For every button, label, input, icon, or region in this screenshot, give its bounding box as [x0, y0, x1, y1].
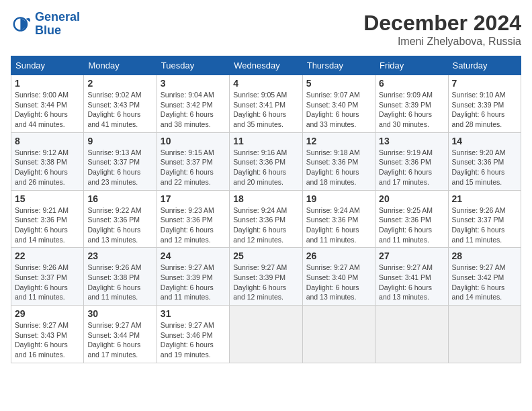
day-info: Sunrise: 9:09 AM Sunset: 3:39 PM Dayligh… — [379, 90, 444, 130]
day-info: Sunrise: 9:26 AM Sunset: 3:38 PM Dayligh… — [87, 263, 152, 302]
sunrise-label: Sunrise: 9:27 AM — [379, 263, 433, 271]
day-info: Sunrise: 9:10 AM Sunset: 3:39 PM Dayligh… — [452, 90, 517, 130]
sunrise-label: Sunrise: 9:13 AM — [87, 148, 141, 156]
sunrise-label: Sunrise: 9:07 AM — [306, 91, 360, 99]
day-number: 12 — [306, 136, 371, 146]
day-number: 9 — [87, 136, 152, 146]
daylight-label: Daylight: 6 hours and 28 minutes. — [452, 110, 505, 128]
day-number: 15 — [15, 193, 80, 204]
sunrise-label: Sunrise: 9:27 AM — [233, 263, 287, 271]
sunrise-label: Sunrise: 9:24 AM — [306, 206, 360, 214]
day-number: 7 — [452, 78, 517, 89]
sunrise-label: Sunrise: 9:00 AM — [15, 91, 69, 99]
calendar-cell: 5 Sunrise: 9:07 AM Sunset: 3:40 PM Dayli… — [302, 75, 375, 133]
day-number: 29 — [15, 308, 80, 319]
day-number: 31 — [161, 308, 226, 319]
day-info: Sunrise: 9:18 AM Sunset: 3:36 PM Dayligh… — [306, 148, 371, 187]
col-sunday: Sunday — [11, 56, 84, 75]
day-number: 5 — [306, 78, 371, 89]
sunrise-label: Sunrise: 9:25 AM — [379, 206, 433, 214]
calendar-cell: 18 Sunrise: 9:24 AM Sunset: 3:36 PM Dayl… — [230, 190, 302, 248]
sunset-label: Sunset: 3:38 PM — [15, 158, 67, 166]
sunset-label: Sunset: 3:37 PM — [15, 273, 67, 281]
daylight-label: Daylight: 6 hours and 41 minutes. — [87, 110, 140, 128]
day-info: Sunrise: 9:24 AM Sunset: 3:36 PM Dayligh… — [233, 205, 298, 245]
calendar-cell: 3 Sunrise: 9:04 AM Sunset: 3:42 PM Dayli… — [157, 75, 229, 133]
calendar-header-row: Sunday Monday Tuesday Wednesday Thursday… — [11, 56, 521, 75]
daylight-label: Daylight: 6 hours and 11 minutes. — [379, 226, 432, 244]
sunset-label: Sunset: 3:39 PM — [233, 273, 285, 281]
day-info: Sunrise: 9:00 AM Sunset: 3:44 PM Dayligh… — [15, 90, 80, 130]
day-number: 24 — [161, 250, 226, 261]
calendar-cell: 30 Sunrise: 9:27 AM Sunset: 3:44 PM Dayl… — [84, 306, 157, 363]
daylight-label: Daylight: 6 hours and 11 minutes. — [452, 226, 505, 244]
day-info: Sunrise: 9:21 AM Sunset: 3:36 PM Dayligh… — [15, 205, 80, 245]
daylight-label: Daylight: 6 hours and 30 minutes. — [379, 110, 432, 128]
day-number: 10 — [161, 136, 226, 146]
daylight-label: Daylight: 6 hours and 15 minutes. — [452, 168, 505, 186]
calendar-cell: 23 Sunrise: 9:26 AM Sunset: 3:38 PM Dayl… — [84, 248, 157, 306]
sunset-label: Sunset: 3:38 PM — [87, 273, 140, 281]
day-number: 21 — [452, 193, 517, 204]
day-number: 4 — [233, 78, 298, 89]
daylight-label: Daylight: 6 hours and 14 minutes. — [15, 226, 68, 244]
day-info: Sunrise: 9:27 AM Sunset: 3:42 PM Dayligh… — [452, 263, 517, 302]
sunrise-label: Sunrise: 9:16 AM — [233, 148, 287, 156]
sunrise-label: Sunrise: 9:22 AM — [87, 206, 141, 214]
daylight-label: Daylight: 6 hours and 22 minutes. — [161, 168, 214, 186]
calendar-cell: 19 Sunrise: 9:24 AM Sunset: 3:36 PM Dayl… — [302, 190, 375, 248]
day-info: Sunrise: 9:26 AM Sunset: 3:37 PM Dayligh… — [452, 205, 517, 245]
calendar-cell: 4 Sunrise: 9:05 AM Sunset: 3:41 PM Dayli… — [230, 75, 302, 133]
day-number: 13 — [379, 136, 444, 146]
sunset-label: Sunset: 3:36 PM — [87, 216, 140, 224]
daylight-label: Daylight: 6 hours and 26 minutes. — [15, 168, 68, 186]
daylight-label: Daylight: 6 hours and 20 minutes. — [233, 168, 286, 186]
daylight-label: Daylight: 6 hours and 18 minutes. — [306, 168, 359, 186]
calendar-cell: 11 Sunrise: 9:16 AM Sunset: 3:36 PM Dayl… — [230, 132, 302, 190]
day-info: Sunrise: 9:13 AM Sunset: 3:37 PM Dayligh… — [87, 148, 152, 187]
calendar-cell: 27 Sunrise: 9:27 AM Sunset: 3:41 PM Dayl… — [375, 248, 448, 306]
sunrise-label: Sunrise: 9:27 AM — [452, 263, 506, 271]
day-number: 14 — [452, 136, 517, 146]
calendar-cell: 8 Sunrise: 9:12 AM Sunset: 3:38 PM Dayli… — [11, 132, 84, 190]
calendar-cell: 20 Sunrise: 9:25 AM Sunset: 3:36 PM Dayl… — [375, 190, 448, 248]
day-info: Sunrise: 9:27 AM Sunset: 3:46 PM Dayligh… — [161, 320, 226, 360]
sunset-label: Sunset: 3:44 PM — [15, 101, 67, 109]
calendar-cell: 10 Sunrise: 9:15 AM Sunset: 3:37 PM Dayl… — [157, 132, 229, 190]
day-number: 23 — [87, 250, 152, 261]
sunrise-label: Sunrise: 9:24 AM — [233, 206, 287, 214]
daylight-label: Daylight: 6 hours and 17 minutes. — [379, 168, 432, 186]
sunrise-label: Sunrise: 9:15 AM — [161, 148, 214, 156]
daylight-label: Daylight: 6 hours and 11 minutes. — [306, 226, 359, 244]
sunset-label: Sunset: 3:39 PM — [452, 101, 504, 109]
day-info: Sunrise: 9:27 AM Sunset: 3:39 PM Dayligh… — [161, 263, 226, 302]
day-number: 16 — [87, 193, 152, 204]
day-number: 28 — [452, 250, 517, 261]
daylight-label: Daylight: 6 hours and 16 minutes. — [15, 340, 68, 359]
calendar-week-row: 8 Sunrise: 9:12 AM Sunset: 3:38 PM Dayli… — [11, 132, 521, 190]
calendar-week-row: 22 Sunrise: 9:26 AM Sunset: 3:37 PM Dayl… — [11, 248, 521, 306]
calendar-cell: 7 Sunrise: 9:10 AM Sunset: 3:39 PM Dayli… — [448, 75, 521, 133]
day-number: 17 — [161, 193, 226, 204]
sunset-label: Sunset: 3:46 PM — [161, 331, 213, 339]
day-number: 6 — [379, 78, 444, 89]
calendar-cell — [302, 306, 375, 363]
title-block: December 2024 Imeni Zhelyabova, Russia — [363, 11, 521, 48]
sunset-label: Sunset: 3:41 PM — [233, 101, 285, 109]
sunrise-label: Sunrise: 9:18 AM — [306, 148, 360, 156]
col-monday: Monday — [84, 56, 157, 75]
sunrise-label: Sunrise: 9:19 AM — [379, 148, 433, 156]
sunset-label: Sunset: 3:36 PM — [233, 216, 285, 224]
col-thursday: Thursday — [302, 56, 375, 75]
logo-text: General Blue — [35, 11, 80, 38]
day-info: Sunrise: 9:25 AM Sunset: 3:36 PM Dayligh… — [379, 205, 444, 245]
daylight-label: Daylight: 6 hours and 44 minutes. — [15, 110, 68, 128]
day-number: 18 — [233, 193, 298, 204]
day-info: Sunrise: 9:15 AM Sunset: 3:37 PM Dayligh… — [161, 148, 226, 187]
daylight-label: Daylight: 6 hours and 14 minutes. — [452, 283, 505, 302]
day-number: 25 — [233, 250, 298, 261]
calendar-cell: 13 Sunrise: 9:19 AM Sunset: 3:36 PM Dayl… — [375, 132, 448, 190]
sunset-label: Sunset: 3:36 PM — [379, 158, 431, 166]
location-title: Imeni Zhelyabova, Russia — [363, 36, 521, 48]
day-number: 27 — [379, 250, 444, 261]
